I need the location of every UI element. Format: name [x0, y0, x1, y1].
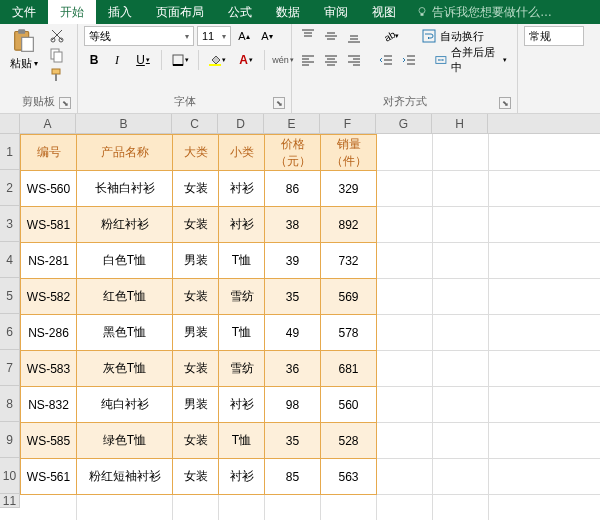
cell[interactable]: 39	[265, 243, 321, 279]
cell[interactable]: T恤	[219, 315, 265, 351]
cell[interactable]: 528	[321, 423, 377, 459]
table-header[interactable]: 小类	[219, 135, 265, 171]
row-header-1[interactable]: 1	[0, 134, 20, 170]
align-middle-button[interactable]	[321, 26, 341, 46]
cell[interactable]: 灰色T恤	[77, 351, 173, 387]
bold-button[interactable]: B	[84, 50, 104, 70]
table-header[interactable]: 大类	[173, 135, 219, 171]
cell[interactable]: 纯白衬衫	[77, 387, 173, 423]
wrap-text-button[interactable]: 自动换行	[418, 26, 488, 46]
fill-color-button[interactable]: ▾	[204, 50, 230, 70]
copy-button[interactable]	[48, 46, 66, 64]
table-header[interactable]: 编号	[21, 135, 77, 171]
italic-button[interactable]: I	[107, 50, 127, 70]
cell[interactable]: 绿色T恤	[77, 423, 173, 459]
row-header-7[interactable]: 7	[0, 350, 20, 386]
cut-button[interactable]	[48, 26, 66, 44]
tab-layout[interactable]: 页面布局	[144, 0, 216, 24]
cell[interactable]: 892	[321, 207, 377, 243]
font-color-button[interactable]: A▾	[233, 50, 259, 70]
align-center-button[interactable]	[321, 50, 341, 70]
clipboard-launcher[interactable]: ⬊	[59, 97, 71, 109]
cell[interactable]: 86	[265, 171, 321, 207]
font-name-combo[interactable]: 等线▾	[84, 26, 194, 46]
cell[interactable]: 49	[265, 315, 321, 351]
align-bottom-button[interactable]	[344, 26, 364, 46]
row-header-6[interactable]: 6	[0, 314, 20, 350]
worksheet-grid[interactable]: 1234567891011 编号产品名称大类小类价格（元）销量（件） WS-56…	[0, 134, 600, 520]
tab-review[interactable]: 审阅	[312, 0, 360, 24]
cell[interactable]: 98	[265, 387, 321, 423]
tab-home[interactable]: 开始	[48, 0, 96, 24]
align-launcher[interactable]: ⬊	[499, 97, 511, 109]
row-header-9[interactable]: 9	[0, 422, 20, 458]
cell[interactable]: 衬衫	[219, 387, 265, 423]
cell[interactable]: WS-581	[21, 207, 77, 243]
cell[interactable]: 681	[321, 351, 377, 387]
font-launcher[interactable]: ⬊	[273, 97, 285, 109]
cell[interactable]: 粉红衬衫	[77, 207, 173, 243]
tab-file[interactable]: 文件	[0, 0, 48, 24]
select-all-corner[interactable]	[0, 114, 20, 133]
tab-view[interactable]: 视图	[360, 0, 408, 24]
row-header-5[interactable]: 5	[0, 278, 20, 314]
cell[interactable]: T恤	[219, 423, 265, 459]
tell-me[interactable]: 告诉我您想要做什么…	[416, 0, 552, 24]
cell[interactable]: 35	[265, 279, 321, 315]
cell[interactable]: NS-832	[21, 387, 77, 423]
table-header[interactable]: 价格（元）	[265, 135, 321, 171]
column-header-F[interactable]: F	[320, 114, 376, 133]
table-header[interactable]: 销量（件）	[321, 135, 377, 171]
cell[interactable]: 男装	[173, 243, 219, 279]
paste-button[interactable]: 粘贴▾	[6, 26, 42, 73]
font-size-combo[interactable]: 11▾	[197, 26, 231, 46]
cell[interactable]: NS-286	[21, 315, 77, 351]
cell[interactable]: 衬衫	[219, 207, 265, 243]
grow-font-button[interactable]: A▴	[234, 26, 254, 46]
cell[interactable]: 粉红短袖衬衫	[77, 459, 173, 495]
cell[interactable]: 35	[265, 423, 321, 459]
increase-indent-button[interactable]	[399, 50, 419, 70]
cell[interactable]: WS-585	[21, 423, 77, 459]
cell[interactable]: WS-560	[21, 171, 77, 207]
table-header[interactable]: 产品名称	[77, 135, 173, 171]
border-button[interactable]: ▾	[167, 50, 193, 70]
row-header-4[interactable]: 4	[0, 242, 20, 278]
cell[interactable]: 男装	[173, 315, 219, 351]
column-header-D[interactable]: D	[218, 114, 264, 133]
cell[interactable]: 长袖白衬衫	[77, 171, 173, 207]
cell[interactable]: 白色T恤	[77, 243, 173, 279]
cell[interactable]: 雪纺	[219, 351, 265, 387]
row-header-8[interactable]: 8	[0, 386, 20, 422]
decrease-indent-button[interactable]	[376, 50, 396, 70]
merge-center-button[interactable]: 合并后居中▾	[431, 50, 511, 70]
cell[interactable]: 衬衫	[219, 171, 265, 207]
cell[interactable]: 女装	[173, 279, 219, 315]
column-header-C[interactable]: C	[172, 114, 218, 133]
cell[interactable]: T恤	[219, 243, 265, 279]
cell[interactable]: 男装	[173, 387, 219, 423]
cell[interactable]: NS-281	[21, 243, 77, 279]
cell[interactable]: WS-582	[21, 279, 77, 315]
cell[interactable]: 38	[265, 207, 321, 243]
tab-insert[interactable]: 插入	[96, 0, 144, 24]
cell[interactable]: 衬衫	[219, 459, 265, 495]
column-header-A[interactable]: A	[20, 114, 76, 133]
cell[interactable]: WS-583	[21, 351, 77, 387]
cell[interactable]: 女装	[173, 171, 219, 207]
orientation-button[interactable]: ab▾	[378, 26, 404, 46]
align-top-button[interactable]	[298, 26, 318, 46]
row-header-10[interactable]: 10	[0, 458, 20, 494]
cell[interactable]: 女装	[173, 207, 219, 243]
cell[interactable]: 36	[265, 351, 321, 387]
cell[interactable]: 578	[321, 315, 377, 351]
cell[interactable]: 红色T恤	[77, 279, 173, 315]
align-left-button[interactable]	[298, 50, 318, 70]
cell[interactable]: WS-561	[21, 459, 77, 495]
row-header-3[interactable]: 3	[0, 206, 20, 242]
cell[interactable]: 女装	[173, 423, 219, 459]
cell[interactable]: 329	[321, 171, 377, 207]
column-header-E[interactable]: E	[264, 114, 320, 133]
number-format-combo[interactable]: 常规	[524, 26, 584, 46]
cell[interactable]: 732	[321, 243, 377, 279]
